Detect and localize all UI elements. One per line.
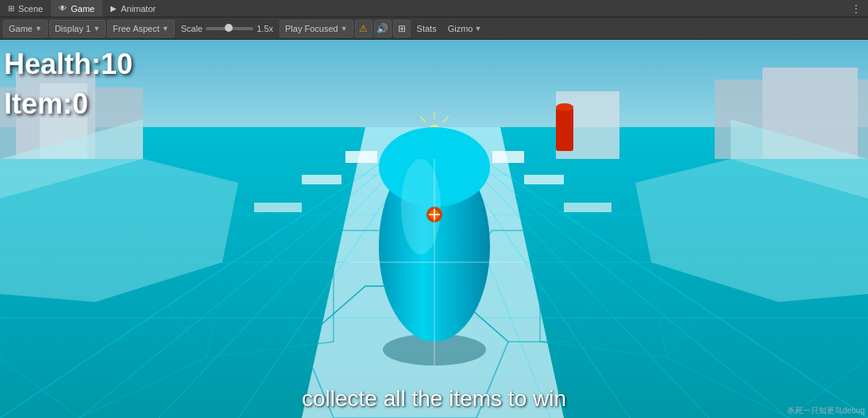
bottom-instruction: collecte all the items to win bbox=[0, 386, 868, 412]
tab-animator[interactable]: ▶ Animator bbox=[102, 0, 164, 17]
svg-point-53 bbox=[401, 159, 441, 254]
svg-rect-38 bbox=[524, 175, 564, 184]
aspect-chevron: ▼ bbox=[162, 25, 169, 33]
game-dropdown-chevron: ▼ bbox=[35, 25, 42, 33]
tab-scene-label: Scene bbox=[18, 4, 43, 14]
game-dropdown[interactable]: Game ▼ bbox=[3, 20, 48, 37]
svg-rect-37 bbox=[302, 175, 341, 184]
toolbar: Game ▼ Display 1 ▼ Free Aspect ▼ Scale 1… bbox=[0, 17, 868, 40]
gizmos-chevron: ▼ bbox=[474, 25, 481, 33]
display-label: Display 1 bbox=[55, 24, 91, 33]
stats-button[interactable]: Stats bbox=[412, 20, 442, 37]
svg-rect-35 bbox=[345, 151, 377, 163]
more-tabs-button[interactable]: ⋮ bbox=[844, 2, 868, 15]
game-icon: 👁 bbox=[59, 4, 67, 13]
svg-rect-36 bbox=[492, 151, 524, 163]
scale-label: Scale bbox=[181, 24, 203, 33]
play-focused-dropdown[interactable]: Play Focused ▼ bbox=[280, 20, 353, 37]
svg-rect-39 bbox=[254, 203, 302, 212]
hud-health: Health:10 bbox=[4, 48, 133, 81]
mute-button[interactable]: ⚠ bbox=[355, 20, 372, 37]
watermark-text: 杀死一只知更鸟debug bbox=[787, 406, 865, 415]
scale-control: Scale 1.5x bbox=[176, 22, 278, 35]
tab-scene[interactable]: ⊞ Scene bbox=[0, 0, 51, 17]
animator-icon: ▶ bbox=[110, 4, 117, 13]
audio-button[interactable]: 🔊 bbox=[374, 20, 392, 37]
instruction-text: collecte all the items to win bbox=[302, 386, 566, 411]
play-focused-label: Play Focused bbox=[285, 24, 338, 33]
tab-animator-label: Animator bbox=[121, 4, 156, 14]
scene-icon: ⊞ bbox=[8, 4, 14, 13]
scale-thumb bbox=[225, 24, 233, 32]
display-dropdown[interactable]: Display 1 ▼ bbox=[49, 20, 106, 37]
gizmos-button[interactable]: Gizmo ▼ bbox=[443, 20, 487, 37]
scene-svg bbox=[0, 40, 868, 418]
svg-rect-8 bbox=[556, 107, 573, 151]
tab-game[interactable]: 👁 Game bbox=[51, 0, 102, 17]
mute-icon: ⚠ bbox=[359, 23, 368, 34]
layout-button[interactable]: ⊞ bbox=[393, 20, 411, 37]
scale-value: 1.5x bbox=[257, 24, 273, 33]
hud-item: Item:0 bbox=[4, 87, 88, 121]
play-focused-chevron: ▼ bbox=[341, 25, 348, 33]
item-value: Item:0 bbox=[4, 87, 88, 120]
aspect-dropdown[interactable]: Free Aspect ▼ bbox=[107, 20, 175, 37]
watermark: 杀死一只知更鸟debug bbox=[787, 405, 865, 416]
audio-icon: 🔊 bbox=[376, 23, 388, 34]
layout-icon: ⊞ bbox=[398, 23, 406, 34]
game-dropdown-label: Game bbox=[9, 24, 33, 33]
game-viewport: Health:10 Item:0 collecte all the items … bbox=[0, 40, 868, 418]
health-value: Health:10 bbox=[4, 48, 133, 80]
svg-point-9 bbox=[556, 103, 573, 111]
display-chevron: ▼ bbox=[93, 25, 100, 33]
stats-label: Stats bbox=[417, 24, 437, 33]
tab-bar: ⊞ Scene 👁 Game ▶ Animator ⋮ bbox=[0, 0, 868, 17]
tab-game-label: Game bbox=[71, 4, 95, 14]
aspect-label: Free Aspect bbox=[113, 24, 160, 33]
gizmos-label: Gizmo bbox=[448, 24, 473, 33]
scale-slider[interactable] bbox=[206, 27, 253, 30]
svg-rect-40 bbox=[564, 203, 611, 212]
